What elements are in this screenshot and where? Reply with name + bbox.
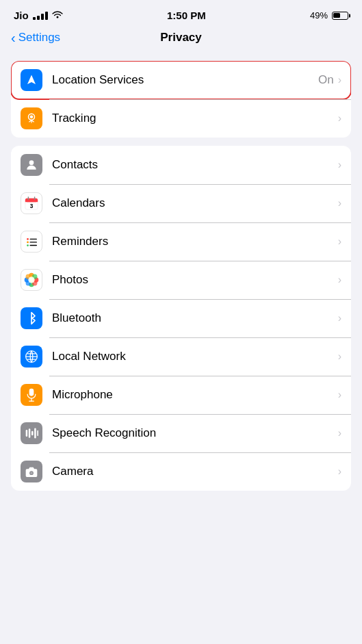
svg-point-21	[28, 276, 34, 283]
svg-rect-32	[34, 428, 36, 439]
status-time: 1:50 PM	[167, 10, 206, 21]
bluetooth-label: Bluetooth	[52, 311, 338, 325]
section-permissions: Contacts › 3 Calendars ›	[11, 146, 351, 491]
status-right: 49%	[310, 10, 348, 21]
svg-point-0	[29, 160, 34, 165]
card-group-top: Location Services On › Tracking ›	[11, 61, 351, 138]
battery-icon	[332, 12, 348, 20]
page-title: Privacy	[160, 31, 202, 44]
microphone-chevron: ›	[338, 389, 341, 401]
svg-point-9	[27, 242, 29, 244]
svg-rect-31	[31, 431, 34, 436]
section-top: Location Services On › Tracking ›	[11, 61, 351, 138]
back-chevron-icon: ‹	[11, 31, 16, 44]
back-label[interactable]: Settings	[18, 31, 60, 44]
row-bluetooth[interactable]: Bluetooth ›	[11, 299, 351, 337]
calendars-chevron: ›	[338, 197, 341, 209]
speech-recognition-chevron: ›	[338, 427, 341, 439]
row-reminders[interactable]: Reminders ›	[11, 222, 351, 261]
svg-rect-3	[25, 201, 38, 202]
location-services-label: Location Services	[52, 73, 318, 87]
speech-recognition-label: Speech Recognition	[52, 426, 338, 440]
battery-percent: 49%	[310, 10, 328, 21]
row-camera[interactable]: Camera ›	[11, 452, 351, 491]
wifi-icon	[52, 10, 63, 21]
camera-label: Camera	[52, 465, 338, 478]
contacts-chevron: ›	[338, 159, 341, 171]
reminders-label: Reminders	[52, 235, 338, 248]
calendars-icon: 3	[21, 192, 42, 214]
svg-rect-26	[29, 389, 34, 396]
status-left: Jio	[14, 10, 63, 21]
row-microphone[interactable]: Microphone ›	[11, 376, 351, 414]
camera-icon	[21, 461, 42, 482]
reminders-icon	[21, 231, 42, 253]
location-services-chevron: ›	[338, 74, 341, 86]
svg-point-35	[30, 472, 32, 474]
photos-label: Photos	[52, 273, 338, 287]
row-calendars[interactable]: 3 Calendars ›	[11, 184, 351, 222]
signal-bars	[33, 12, 48, 20]
row-location-services[interactable]: Location Services On ›	[11, 61, 351, 99]
local-network-icon	[21, 346, 42, 368]
tracking-icon	[21, 107, 42, 129]
svg-point-11	[27, 244, 29, 246]
calendars-label: Calendars	[52, 196, 338, 210]
tracking-chevron: ›	[338, 112, 341, 125]
bluetooth-chevron: ›	[338, 312, 341, 324]
photos-chevron: ›	[338, 274, 341, 286]
svg-rect-33	[37, 430, 38, 436]
row-tracking[interactable]: Tracking ›	[11, 99, 351, 138]
photos-icon	[21, 269, 42, 291]
svg-rect-30	[29, 428, 31, 437]
row-speech-recognition[interactable]: Speech Recognition ›	[11, 414, 351, 452]
card-group-permissions: Contacts › 3 Calendars ›	[11, 146, 351, 491]
back-button[interactable]: ‹ Settings	[11, 31, 60, 44]
row-local-network[interactable]: Local Network ›	[11, 337, 351, 376]
location-services-value: On	[318, 73, 334, 87]
microphone-icon	[21, 384, 42, 406]
nav-bar: ‹ Settings Privacy	[0, 25, 362, 53]
contacts-icon	[21, 154, 42, 176]
bluetooth-icon	[21, 307, 42, 329]
svg-point-7	[27, 238, 29, 240]
location-services-icon	[21, 69, 42, 91]
svg-rect-29	[26, 430, 28, 437]
svg-text:3: 3	[30, 203, 34, 209]
reminders-chevron: ›	[338, 235, 341, 248]
speech-recognition-icon	[21, 422, 42, 444]
status-bar: Jio 1:50 PM 49%	[0, 0, 362, 25]
carrier-label: Jio	[14, 10, 29, 21]
local-network-label: Local Network	[52, 350, 338, 363]
row-photos[interactable]: Photos ›	[11, 261, 351, 299]
row-contacts[interactable]: Contacts ›	[11, 146, 351, 184]
tracking-label: Tracking	[52, 112, 338, 125]
microphone-label: Microphone	[52, 388, 338, 402]
contacts-label: Contacts	[52, 158, 338, 172]
local-network-chevron: ›	[338, 350, 341, 363]
camera-chevron: ›	[338, 465, 341, 478]
